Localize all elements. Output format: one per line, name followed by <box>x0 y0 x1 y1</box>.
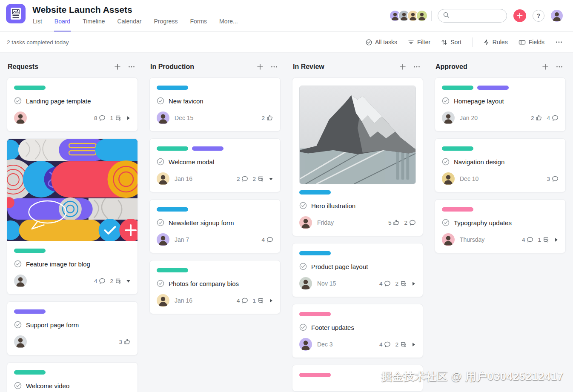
more-options-button[interactable] <box>555 38 563 46</box>
task-title-row: Newsletter signup form <box>157 219 273 226</box>
tab-more[interactable]: More... <box>219 17 238 31</box>
profile-avatar[interactable] <box>551 10 563 22</box>
collapse-subtasks-icon[interactable] <box>126 279 131 283</box>
add-task-button[interactable] <box>542 63 549 70</box>
task-title-row: Photos for company bios <box>157 280 273 287</box>
tab-list[interactable]: List <box>32 17 43 31</box>
rules-label: Rules <box>493 39 508 46</box>
add-task-button[interactable] <box>114 63 121 70</box>
task-card[interactable]: Navigation designDec 103 <box>435 138 566 192</box>
comment-count: 4 <box>379 280 391 287</box>
assignee-avatar <box>299 338 312 351</box>
task-card[interactable]: Newsletter signup formJan 74 <box>149 199 281 253</box>
expand-subtasks-icon[interactable] <box>411 342 416 347</box>
expand-subtasks-icon[interactable] <box>411 281 416 286</box>
add-task-button[interactable] <box>257 63 264 70</box>
card-body: Welcome modalJan 1622 <box>150 139 280 192</box>
comment-count: 4 <box>379 341 391 348</box>
task-footer: Thursday41 <box>442 233 559 246</box>
expand-subtasks-icon[interactable] <box>269 298 273 303</box>
expand-subtasks-icon[interactable] <box>126 116 131 120</box>
rules-button[interactable]: Rules <box>483 39 508 46</box>
task-card[interactable]: Support page form3 <box>7 301 138 355</box>
task-card[interactable]: Welcome video <box>7 362 138 392</box>
tag-bar-teal <box>442 146 473 151</box>
task-card[interactable]: Welcome modalJan 1622 <box>149 138 281 192</box>
tab-board[interactable]: Board <box>54 17 71 31</box>
tab-calendar[interactable]: Calendar <box>117 17 142 31</box>
column-header: Requests <box>7 63 138 71</box>
subtask-count: 2 <box>395 280 407 287</box>
assignee-avatar <box>442 233 455 246</box>
create-button[interactable] <box>513 9 526 22</box>
comment-count: 4 <box>237 297 249 304</box>
add-task-button[interactable] <box>399 63 406 70</box>
task-card[interactable]: New faviconDec 152 <box>149 77 281 132</box>
comment-count: 2 <box>237 175 249 182</box>
fields-button[interactable]: Fields <box>519 39 544 46</box>
column-menu-button[interactable] <box>413 63 421 71</box>
help-button[interactable]: ? <box>533 10 544 22</box>
column-menu-button[interactable] <box>556 63 563 71</box>
sort-icon <box>441 39 447 46</box>
column-title: In Review <box>293 63 393 71</box>
task-card[interactable]: Feature image for blog42 <box>7 138 138 295</box>
fields-label: Fields <box>529 39 544 46</box>
count-value: 2 <box>395 280 398 287</box>
comment-icon <box>552 114 559 121</box>
sort-button[interactable]: Sort <box>441 39 461 46</box>
task-card[interactable]: Photos for company biosJan 1641 <box>149 260 281 314</box>
assignee-avatar <box>299 216 312 229</box>
tab-progress[interactable]: Progress <box>153 17 178 31</box>
task-card[interactable]: Product page layoutNov 1542 <box>292 243 423 297</box>
filter-button[interactable]: Filter <box>408 39 430 46</box>
task-card[interactable]: Footer updatesDec 342 <box>292 304 423 358</box>
comment-icon <box>552 175 559 182</box>
project-logo-icon[interactable] <box>6 4 26 23</box>
board-column: RequestsLanding page template81Feature i… <box>7 63 138 392</box>
comment-icon <box>266 236 273 243</box>
task-check-icon <box>442 158 450 166</box>
task-footer: Dec 152 <box>157 112 273 124</box>
tag-bars <box>14 370 131 375</box>
task-meta: 24 <box>531 114 559 121</box>
column-menu-button[interactable] <box>270 63 278 71</box>
task-title: Newsletter signup form <box>169 219 234 226</box>
like-icon <box>266 114 273 121</box>
task-card[interactable] <box>292 365 423 392</box>
card-body <box>292 365 423 391</box>
task-card[interactable]: Landing page template81 <box>7 77 138 132</box>
comment-count: 4 <box>261 236 273 243</box>
expand-subtasks-icon[interactable] <box>554 237 559 242</box>
column-menu-button[interactable] <box>128 63 135 71</box>
assignee-avatar <box>157 172 169 185</box>
card-body: Photos for company biosJan 1641 <box>150 260 280 314</box>
task-check-icon <box>14 260 22 268</box>
all-tasks-button[interactable]: All tasks <box>366 39 397 46</box>
collapse-subtasks-icon[interactable] <box>269 177 273 181</box>
member-avatar[interactable] <box>416 10 428 22</box>
comment-count: 8 <box>94 114 106 121</box>
board-toolbar: 2 tasks completed today All tasks Filter… <box>0 32 573 53</box>
search-input[interactable] <box>452 12 502 20</box>
subtask-icon <box>400 280 407 287</box>
all-tasks-label: All tasks <box>375 39 397 46</box>
tag-bar-teal <box>442 86 473 90</box>
sort-label: Sort <box>450 39 461 46</box>
task-card[interactable]: Typography updatesThursday41 <box>435 199 566 253</box>
tab-timeline[interactable]: Timeline <box>82 17 105 31</box>
toolbar-divider <box>472 37 473 47</box>
task-meta: 42 <box>379 280 407 287</box>
task-meta: 4 <box>261 236 273 243</box>
due-date: Dec 15 <box>175 114 193 121</box>
lightning-icon <box>483 39 490 46</box>
tab-forms[interactable]: Forms <box>189 17 207 31</box>
member-avatars <box>389 10 428 22</box>
task-card[interactable]: Hero illustrationFriday52 <box>292 77 423 236</box>
card-body: New faviconDec 152 <box>150 78 280 131</box>
task-footer: Dec 342 <box>299 338 416 351</box>
comment-icon <box>241 297 248 304</box>
ellipsis-icon <box>555 38 563 46</box>
search-bar[interactable] <box>438 9 507 23</box>
task-card[interactable]: Homepage layoutJan 2024 <box>435 77 566 132</box>
